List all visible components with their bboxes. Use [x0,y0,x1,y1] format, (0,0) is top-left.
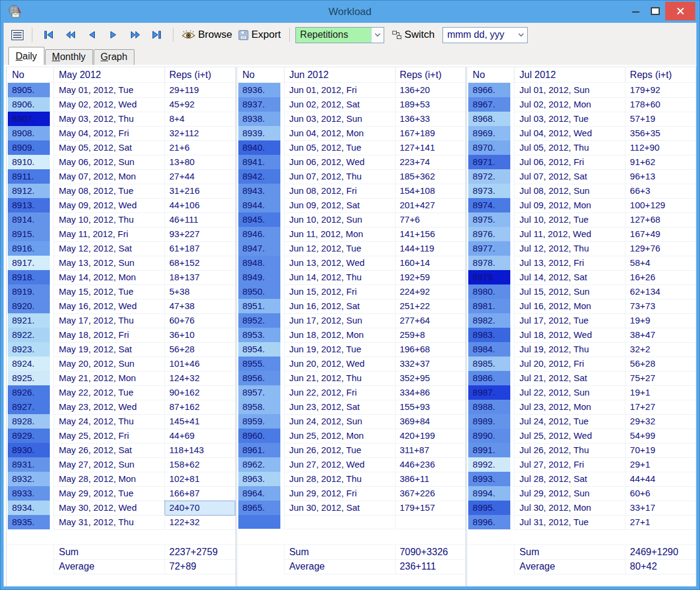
date-cell[interactable]: May 13, 2012, Sun [53,256,164,271]
date-cell[interactable]: May 06, 2012, Sun [53,155,164,170]
date-cell[interactable]: Jun 30, 2012, Sat [284,501,395,516]
date-cell[interactable]: Jul 17, 2012, Tue [514,313,625,328]
list-button[interactable] [8,28,26,42]
reps-cell[interactable]: 100+129 [625,198,696,213]
row-number-cell[interactable]: 8921. [8,313,50,328]
date-cell[interactable]: Jul 21, 2012, Sat [514,371,625,386]
date-cell[interactable]: Jun 21, 2012, Thu [284,371,395,386]
row-number-cell[interactable]: 8933. [8,486,50,501]
reps-cell[interactable]: 77+6 [395,212,466,227]
nav-next-button[interactable] [103,28,124,41]
reps-cell[interactable]: 196+68 [395,342,466,357]
date-cell[interactable]: Jun 28, 2012, Thu [284,472,395,487]
reps-cell[interactable]: 13+80 [164,155,235,170]
row-number-cell[interactable]: 8995. [468,501,510,516]
export-button[interactable]: Export [235,27,284,43]
date-cell[interactable]: May 16, 2012, Wed [53,299,164,314]
reps-cell[interactable]: 224+92 [395,284,466,300]
row-number-cell[interactable]: 8953. [238,328,280,343]
switch-button[interactable]: Switch [389,27,438,43]
row-number-cell[interactable]: 8908. [8,126,50,141]
reps-cell[interactable] [395,515,466,529]
row-number-cell[interactable]: 8962. [238,457,280,472]
date-cell[interactable]: Jun 12, 2012, Tue [284,241,395,256]
row-number-cell[interactable]: 8928. [8,414,50,429]
date-cell[interactable]: Jul 26, 2012, Thu [514,443,625,458]
reps-cell[interactable]: 29+119 [164,83,235,98]
date-cell[interactable]: Jun 06, 2012, Wed [284,155,395,170]
reps-cell[interactable]: 60+6 [625,486,696,501]
reps-cell[interactable]: 60+76 [164,313,235,328]
row-number-cell[interactable]: 8994. [468,486,510,501]
row-number-cell[interactable]: 8917. [8,256,50,271]
row-number-cell[interactable] [238,515,280,529]
reps-cell[interactable]: 311+87 [395,443,466,458]
date-cell[interactable]: Jul 30, 2012, Mon [514,501,625,516]
date-cell[interactable]: Jun 08, 2012, Fri [284,184,395,199]
date-cell[interactable]: May 03, 2012, Thu [53,112,164,127]
date-cell[interactable]: May 02, 2012, Wed [53,97,164,112]
row-number-cell[interactable]: 8907. [8,112,50,127]
date-cell[interactable]: Jun 14, 2012, Thu [284,270,395,285]
date-cell[interactable]: Jun 01, 2012, Fri [284,83,395,98]
date-cell[interactable]: Jul 03, 2012, Tue [514,112,625,127]
nav-fast-prev-button[interactable] [59,28,81,41]
row-number-cell[interactable]: 8976. [468,227,510,242]
row-number-cell[interactable]: 8930. [8,443,50,458]
row-number-cell[interactable]: 8914. [8,212,50,227]
reps-cell[interactable]: 19+1 [625,385,696,400]
reps-cell[interactable]: 27+1 [625,515,696,530]
reps-cell[interactable]: 31+216 [164,184,235,199]
row-number-cell[interactable]: 8920. [8,299,50,314]
date-cell[interactable]: May 24, 2012, Thu [53,414,164,429]
row-number-cell[interactable]: 8935. [8,515,50,530]
nav-prev-button[interactable] [81,28,103,41]
row-number-cell[interactable]: 8925. [8,371,50,386]
date-format-select[interactable]: mmm dd, yyy [442,27,528,43]
reps-cell[interactable]: 33+17 [625,501,696,516]
reps-cell[interactable]: 179+92 [625,83,696,98]
date-cell[interactable]: Jul 02, 2012, Mon [514,97,625,112]
date-cell[interactable]: Jun 05, 2012, Tue [284,140,395,155]
date-cell[interactable]: Jul 11, 2012, Wed [514,227,625,242]
row-number-cell[interactable]: 8966. [468,83,510,98]
date-cell[interactable]: Jul 15, 2012, Sun [514,284,625,300]
row-number-cell[interactable]: 8985. [468,357,510,372]
reps-cell[interactable]: 251+22 [395,299,466,314]
row-number-cell[interactable]: 8939. [238,126,280,141]
reps-cell[interactable]: 122+32 [164,515,235,530]
row-number-cell[interactable]: 8938. [238,112,280,127]
reps-cell[interactable]: 160+14 [395,256,466,271]
reps-cell[interactable]: 145+41 [164,414,235,429]
reps-cell[interactable]: 127+68 [625,212,696,227]
row-number-cell[interactable]: 8943. [238,184,280,199]
reps-cell[interactable]: 185+362 [395,169,466,184]
reps-cell[interactable]: 367+226 [395,486,466,501]
date-cell[interactable]: Jul 19, 2012, Thu [514,342,625,357]
row-number-cell[interactable]: 8934. [8,501,50,516]
row-number-cell[interactable]: 8971. [468,155,510,170]
reps-cell[interactable]: 58+4 [625,256,696,271]
date-cell[interactable]: Jun 29, 2012, Fri [284,486,395,501]
reps-cell[interactable]: 61+187 [164,241,235,256]
row-number-cell[interactable]: 8941. [238,155,280,170]
reps-cell[interactable]: 136+33 [395,112,466,127]
date-cell[interactable]: May 11, 2012, Fri [53,227,164,242]
date-cell[interactable]: Jun 11, 2012, Mon [284,227,395,242]
row-number-cell[interactable]: 8947. [238,241,280,256]
row-number-cell[interactable]: 8937. [238,97,280,112]
reps-cell[interactable]: 166+87 [164,486,235,501]
row-number-cell[interactable]: 8982. [468,313,510,328]
reps-cell[interactable]: 66+3 [625,184,696,199]
reps-cell[interactable]: 29+1 [625,457,696,472]
row-number-cell[interactable]: 8988. [468,400,510,415]
browse-button[interactable]: Browse [179,27,235,43]
row-number-cell[interactable]: 8961. [238,443,280,458]
row-number-cell[interactable]: 8951. [238,299,280,314]
reps-cell[interactable]: 93+227 [164,227,235,242]
reps-cell[interactable]: 179+157 [395,501,466,516]
row-number-cell[interactable]: 8981. [468,299,510,314]
row-number-cell[interactable]: 8955. [238,357,280,372]
date-cell[interactable]: Jul 09, 2012, Mon [514,198,625,213]
reps-cell[interactable]: 44+69 [164,429,235,444]
